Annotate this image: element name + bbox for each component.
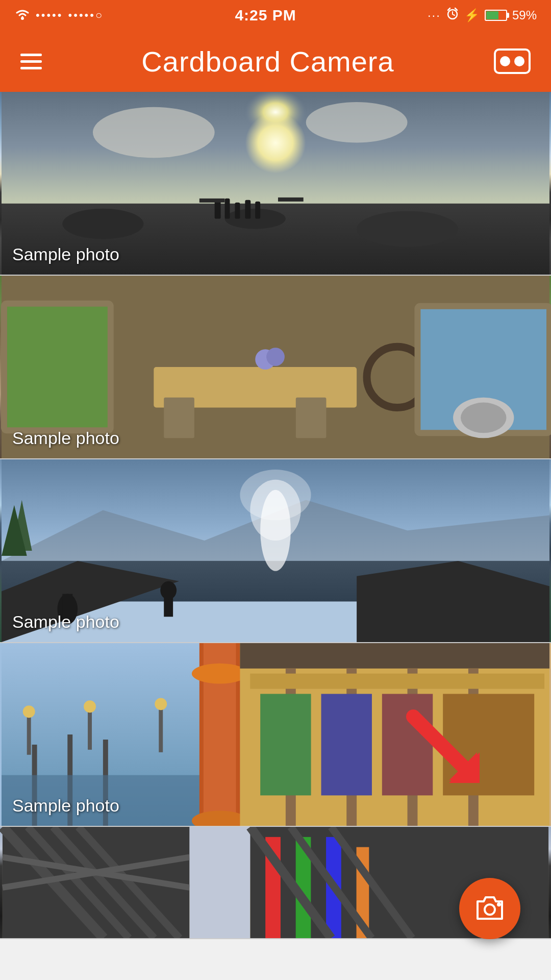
svg-rect-23 xyxy=(296,398,327,438)
svg-rect-69 xyxy=(321,694,372,795)
svg-point-31 xyxy=(266,348,285,366)
signal-dots-right: •••••○ xyxy=(68,9,104,22)
battery-indicator xyxy=(485,10,507,21)
svg-rect-12 xyxy=(235,203,240,219)
camera-fab-button[interactable] xyxy=(459,878,520,939)
svg-rect-81 xyxy=(190,827,251,938)
status-right: ··· ⚡ 59% xyxy=(428,7,537,23)
vr-button[interactable] xyxy=(494,48,531,74)
svg-point-43 xyxy=(160,581,177,600)
svg-point-53 xyxy=(84,700,96,713)
svg-rect-67 xyxy=(250,674,544,689)
ellipsis: ··· xyxy=(428,8,441,22)
camera-icon xyxy=(473,894,506,923)
photo-card-4[interactable]: Sample photo xyxy=(0,643,551,827)
photo-label-2: Sample photo xyxy=(12,428,119,448)
alarm-icon xyxy=(446,7,459,23)
charging-icon: ⚡ xyxy=(464,8,480,22)
status-left: ••••• •••••○ xyxy=(14,7,104,24)
svg-rect-19 xyxy=(2,301,113,433)
svg-rect-14 xyxy=(255,202,260,219)
photo-label-1: Sample photo xyxy=(12,244,119,264)
svg-point-4 xyxy=(93,107,215,158)
svg-rect-70 xyxy=(382,694,433,795)
svg-rect-54 xyxy=(159,706,163,752)
hamburger-line-2 xyxy=(20,60,42,63)
app-title: Cardboard Camera xyxy=(141,45,394,78)
menu-button[interactable] xyxy=(20,54,42,69)
svg-point-59 xyxy=(192,664,247,684)
svg-rect-62 xyxy=(240,643,549,669)
svg-point-7 xyxy=(62,209,143,239)
svg-rect-71 xyxy=(443,694,534,795)
svg-point-55 xyxy=(155,698,167,710)
svg-rect-41 xyxy=(62,594,72,615)
svg-rect-10 xyxy=(215,201,221,219)
photo-list: Sample photo xyxy=(0,92,551,939)
hamburger-line-3 xyxy=(20,67,42,69)
svg-point-91 xyxy=(497,902,501,906)
svg-rect-68 xyxy=(260,694,311,795)
svg-point-5 xyxy=(306,102,408,143)
svg-rect-22 xyxy=(164,398,194,438)
battery-percentage: 59% xyxy=(512,8,537,22)
svg-rect-50 xyxy=(27,714,31,755)
svg-point-8 xyxy=(357,211,458,247)
signal-dots-left: ••••• xyxy=(36,9,63,22)
status-time: 4:25 PM xyxy=(235,7,296,24)
svg-rect-11 xyxy=(225,199,230,219)
svg-rect-13 xyxy=(245,200,251,219)
svg-rect-15 xyxy=(199,199,225,203)
status-bar: ••••• •••••○ 4:25 PM ··· ⚡ 59% xyxy=(0,0,551,31)
app-bar: Cardboard Camera xyxy=(0,31,551,92)
photo-label-4: Sample photo xyxy=(12,796,119,816)
photo-card-1[interactable]: Sample photo xyxy=(0,92,551,276)
svg-point-29 xyxy=(461,403,507,433)
svg-rect-52 xyxy=(88,709,92,750)
hamburger-line-1 xyxy=(20,54,42,56)
svg-point-90 xyxy=(485,904,495,915)
svg-point-39 xyxy=(240,470,311,520)
wifi-icon xyxy=(14,7,31,24)
photo-card-3[interactable]: Sample photo xyxy=(0,459,551,643)
photo-label-3: Sample photo xyxy=(12,612,119,632)
svg-rect-16 xyxy=(278,198,304,202)
svg-point-51 xyxy=(23,705,35,718)
svg-point-0 xyxy=(21,17,24,20)
photo-card-2[interactable]: Sample photo xyxy=(0,276,551,459)
